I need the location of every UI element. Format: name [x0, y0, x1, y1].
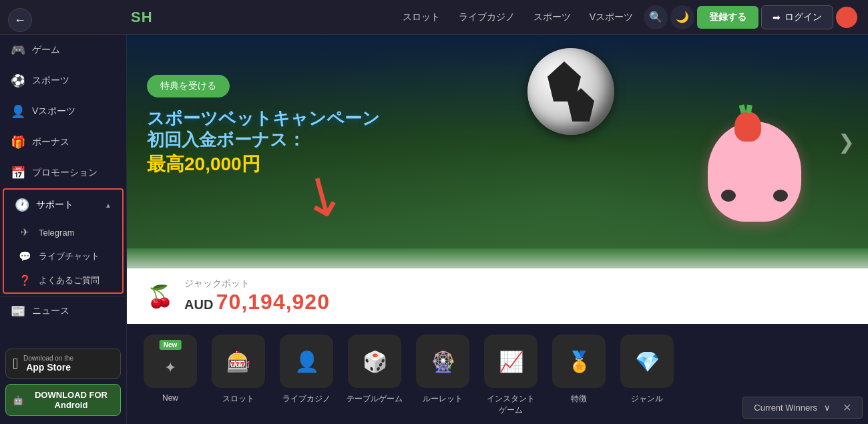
sidebar-item-faq[interactable]: ❓ よくあるご質問 — [9, 268, 122, 292]
jackpot-amount-row: AUD 70,194,920 — [184, 290, 330, 314]
game-cat-tablegames[interactable]: 🎲 テーブルゲーム — [345, 335, 405, 416]
cat-eye-right — [773, 190, 788, 202]
telegram-icon: ✈ — [17, 226, 32, 238]
current-winners-close[interactable]: ✕ — [843, 401, 851, 414]
sidebar-item-sports[interactable]: ⚽ スポーツ — [0, 65, 126, 96]
livechat-icon: 💬 — [17, 250, 32, 262]
cherry-icon: 🍒 — [147, 284, 174, 309]
game-cat-label-roulette: ルーレット — [423, 393, 463, 405]
promotion-icon: 📅 — [11, 166, 25, 180]
game-cat-label-tablegames: テーブルゲーム — [347, 393, 403, 405]
game-cat-features[interactable]: 🏅 特徴 — [549, 335, 609, 416]
current-winners-bar: Current Winners ∨ ✕ — [742, 397, 863, 419]
pink-cat-mascot — [694, 88, 815, 222]
games-icon: 🎮 — [11, 43, 25, 57]
sidebar-item-telegram[interactable]: ✈ Telegram — [9, 220, 122, 244]
android-button[interactable]: 🤖 DOWNLOAD FOR Android — [5, 384, 121, 416]
hero-text: 特典を受ける スポーツベットキャンペーン 初回入金ボーナス： 最高20,000円 — [147, 75, 380, 177]
sidebar-label-news: ニュース — [32, 305, 69, 317]
app-store-download-label: Download on the — [23, 355, 73, 362]
features-icon: 🏅 — [567, 350, 592, 373]
cat-eye-left — [721, 190, 736, 202]
sports-icon: ⚽ — [11, 73, 25, 88]
game-cat-new[interactable]: ✦ New — [140, 335, 200, 416]
sidebar-item-support[interactable]: 🕐 サポート ▲ — [4, 190, 122, 220]
hero-special-button[interactable]: 特典を受ける — [147, 75, 230, 97]
hero-subtitle-line1: 初回入金ボーナス： — [147, 129, 380, 152]
sidebar-label-sports: スポーツ — [32, 75, 116, 87]
current-winners-label: Current Winners — [754, 403, 817, 413]
app-store-button[interactable]:  Download on the App Store — [5, 349, 121, 379]
news-icon: 📰 — [11, 304, 25, 319]
game-cat-label-new: New — [162, 393, 178, 403]
faq-icon: ❓ — [17, 274, 32, 286]
header: SH スロット ライブカジノ スポーツ Vスポーツ 🔍 🌙 登録する ➡ ログイ… — [0, 0, 868, 35]
jackpot-info: ジャックポット AUD 70,194,920 — [184, 278, 330, 314]
sidebar-label-telegram: Telegram — [39, 228, 74, 238]
game-cat-icon-new: ✦ — [144, 335, 197, 388]
bonus-icon: 🎁 — [11, 135, 25, 150]
game-cat-roulette[interactable]: 🎡 ルーレット — [413, 335, 473, 416]
game-cat-icon-roulette: 🎡 — [416, 335, 469, 388]
jackpot-bar: 🍒 ジャックポット AUD 70,194,920 — [127, 268, 868, 324]
sidebar-item-vsports[interactable]: 👤 Vスポーツ — [0, 96, 126, 127]
sidebar-label-games: ゲーム — [32, 44, 116, 56]
register-button[interactable]: 登録する — [697, 6, 758, 29]
game-cat-instant[interactable]: 📈 インスタント ゲーム — [481, 335, 541, 416]
hero-title: スポーツベットキャンペーン — [147, 108, 380, 129]
logo: SH — [131, 9, 153, 26]
game-cat-icon-livecasino: 👤 — [280, 335, 333, 388]
game-cat-label-features: 特徴 — [571, 393, 587, 405]
nav-vsports[interactable]: Vスポーツ — [582, 7, 641, 27]
apple-icon:  — [13, 355, 18, 373]
vsports-icon: 👤 — [11, 104, 25, 119]
cat-strawberry — [734, 112, 761, 142]
sidebar-item-promotion[interactable]: 📅 プロモーション — [0, 158, 126, 188]
sidebar-bottom:  Download on the App Store 🤖 DOWNLOAD F… — [0, 341, 126, 424]
sidebar-item-bonus[interactable]: 🎁 ボーナス — [0, 127, 126, 158]
hero-banner: 特典を受ける スポーツベットキャンペーン 初回入金ボーナス： 最高20,000円… — [127, 35, 868, 248]
language-flag[interactable] — [836, 7, 857, 28]
dark-mode-button[interactable]: 🌙 — [670, 5, 694, 29]
support-collapse-icon: ▲ — [105, 202, 112, 209]
sidebar-item-livechat[interactable]: 💬 ライブチャット — [9, 244, 122, 268]
game-cat-icon-slots: 🎰 — [212, 335, 265, 388]
game-cat-label-slots: スロット — [222, 393, 254, 405]
game-cat-icon-tablegames: 🎲 — [348, 335, 401, 388]
sidebar-label-vsports: Vスポーツ — [32, 105, 116, 118]
back-button[interactable]: ← — [8, 8, 32, 32]
support-children: ✈ Telegram 💬 ライブチャット ❓ よくあるご質問 — [4, 220, 122, 292]
tablegames-icon: 🎲 — [363, 350, 387, 373]
game-cat-genre[interactable]: 💎 ジャンル — [617, 335, 677, 416]
nav-sports[interactable]: スポーツ — [525, 7, 579, 27]
game-cat-livecasino[interactable]: 👤 ライブカジノ — [276, 335, 337, 416]
roulette-icon: 🎡 — [431, 350, 455, 373]
jackpot-currency: AUD — [184, 297, 213, 312]
game-cat-label-genre: ジャンル — [631, 393, 663, 405]
game-cat-icon-genre: 💎 — [620, 335, 674, 388]
game-cat-slots[interactable]: 🎰 スロット — [208, 335, 268, 416]
game-cat-label-instant: インスタント ゲーム — [487, 393, 535, 416]
android-text: DOWNLOAD FOR Android — [29, 390, 114, 410]
android-icon: 🤖 — [13, 395, 23, 405]
livecasino-icon: 👤 — [294, 350, 319, 373]
sidebar-label-livechat: ライブチャット — [39, 250, 99, 262]
app-store-name: App Store — [23, 362, 73, 373]
nav-slots[interactable]: スロット — [395, 7, 448, 27]
main-layout: 🎮 ゲーム ⚽ スポーツ 👤 Vスポーツ 🎁 ボーナス 📅 プロモーション 🕐 … — [0, 35, 868, 424]
nav-livecasino[interactable]: ライブカジノ — [451, 7, 523, 27]
soccer-ball — [527, 48, 614, 135]
banner-next-icon[interactable]: ❯ — [838, 130, 855, 154]
game-cat-icon-instant: 📈 — [484, 335, 537, 388]
game-cat-icon-features: 🏅 — [552, 335, 606, 388]
sidebar-label-faq: よくあるご質問 — [39, 274, 99, 286]
sidebar-item-games[interactable]: 🎮 ゲーム — [0, 35, 126, 65]
sidebar-label-support: サポート — [36, 199, 98, 211]
sidebar-label-bonus: ボーナス — [32, 136, 116, 148]
search-button[interactable]: 🔍 — [644, 5, 668, 29]
login-button[interactable]: ➡ ログイン — [761, 5, 833, 29]
login-icon: ➡ — [773, 12, 781, 23]
app-store-text: Download on the App Store — [23, 355, 73, 373]
cat-body — [708, 122, 801, 222]
sidebar-item-news[interactable]: 📰 ニュース — [0, 296, 126, 325]
